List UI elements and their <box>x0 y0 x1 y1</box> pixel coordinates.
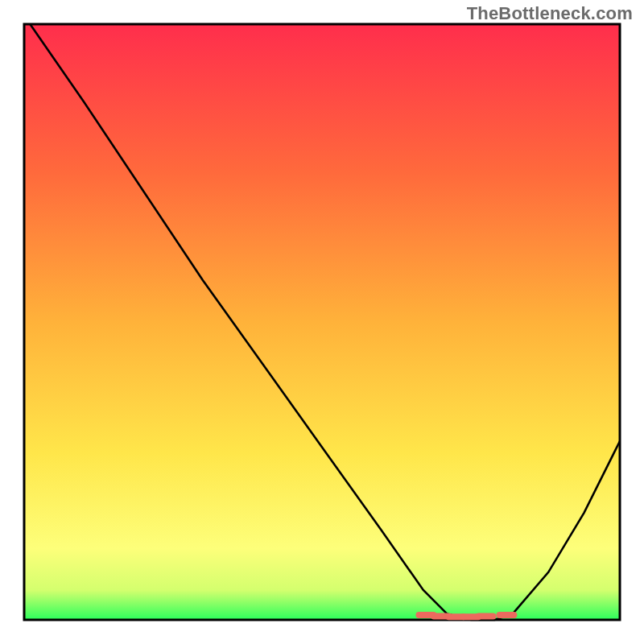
plot-background <box>24 24 620 620</box>
watermark-label: TheBottleneck.com <box>467 3 633 24</box>
optimal-range-markers <box>419 615 514 617</box>
bottleneck-chart <box>0 0 644 644</box>
